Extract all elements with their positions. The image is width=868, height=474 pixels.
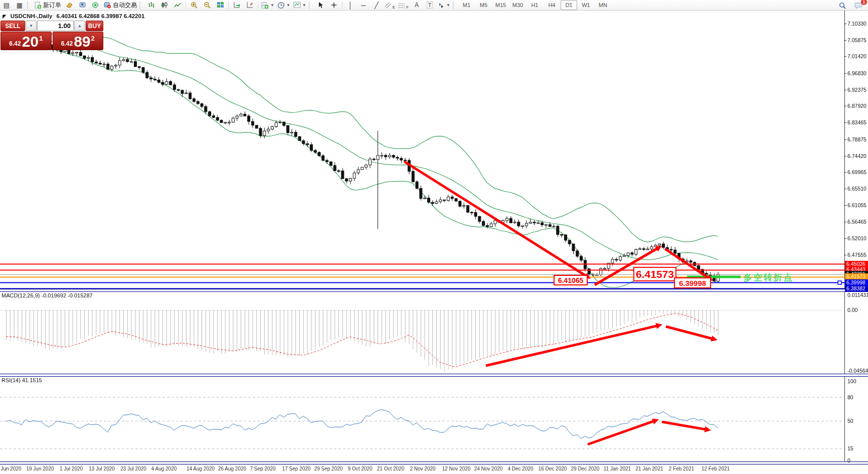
timeframe-mn[interactable]: MN: [595, 0, 611, 10]
buy-price-box[interactable]: 6.42 89 2: [53, 32, 104, 50]
templates-button[interactable]: ▼: [292, 0, 308, 10]
crosshair-icon: [330, 2, 337, 9]
line-chart-button[interactable]: [171, 0, 184, 10]
timeframe-m30[interactable]: M30: [509, 0, 526, 10]
search-button[interactable]: [836, 1, 849, 11]
channel-tool-button[interactable]: E: [383, 0, 397, 10]
tile-windows-icon: [217, 2, 224, 9]
one-click-trade-panel: SELL ▼ ▲ BUY 6.42 20 1 6.42 89 2: [1, 21, 103, 50]
sell-price-box[interactable]: 6.42 20 1: [1, 32, 52, 50]
horizontal-line-icon: ─: [361, 2, 366, 9]
tile-windows-button[interactable]: [214, 0, 227, 10]
main-macd-separator[interactable]: [0, 289, 868, 292]
y-axis-tick: 7.10330: [847, 21, 866, 27]
notification-badge: 1: [861, 0, 867, 5]
sell-button[interactable]: SELL: [1, 21, 25, 31]
timeframe-m1[interactable]: M1: [458, 0, 475, 10]
chart-title-row: ◤ USDCNH-,Daily 6.40341 6.42868 6.39987 …: [3, 13, 144, 19]
market-watch-button[interactable]: [76, 0, 89, 10]
metaeditor-button[interactable]: [63, 0, 76, 10]
timeframe-h1[interactable]: H1: [527, 0, 543, 10]
x-axis-date: 2 Nov 2020: [410, 466, 435, 471]
new-chart-icon: ▤: [4, 2, 10, 9]
chart-shift-button[interactable]: [243, 0, 256, 10]
turning-point-label[interactable]: 多空转折点: [744, 272, 794, 283]
auto-scroll-button[interactable]: [230, 0, 243, 10]
zoom-out-icon: [204, 2, 211, 9]
indicators-icon: [261, 2, 269, 9]
buy-button[interactable]: BUY: [86, 21, 103, 31]
signal-button[interactable]: [89, 0, 102, 10]
vertical-line-icon: │: [349, 2, 353, 9]
x-axis-date: 12 Feb 2021: [702, 466, 730, 471]
chevron-down-icon: ▼: [302, 3, 306, 8]
signal-icon: [92, 2, 99, 9]
x-axis-date: 17 Sep 2020: [282, 466, 311, 471]
x-axis-date: 2 Feb 2021: [669, 466, 695, 471]
volume-down-button[interactable]: ▼: [26, 21, 37, 31]
y-axis-tick: 6.52010: [847, 235, 866, 241]
chart-shift-icon: [246, 2, 254, 9]
volume-up-button[interactable]: ▲: [74, 21, 85, 31]
new-chart-button[interactable]: ▤: [0, 0, 13, 10]
toolbar-handle: [453, 2, 456, 9]
cursor-tool-button[interactable]: [314, 0, 327, 10]
indicators-button[interactable]: ▼: [260, 0, 276, 10]
trendline-icon: ╱: [375, 2, 379, 9]
timeframe-w1[interactable]: W1: [578, 0, 594, 10]
autotrade-button[interactable]: 自动交易: [102, 0, 138, 10]
chart-canvas[interactable]: [0, 0, 868, 474]
y-axis-tick: 6.47555: [847, 252, 866, 258]
x-axis-date: 1 Jul 2020: [60, 466, 83, 471]
fibonacci-tool-button[interactable]: F: [397, 0, 410, 10]
new-order-button[interactable]: 新订单: [33, 0, 63, 10]
annotation-price-box[interactable]: 6.39998: [674, 277, 711, 288]
notifications-button[interactable]: 1: [852, 1, 865, 11]
text-label-icon: T: [427, 2, 433, 9]
rsi-axis-tick: 80: [847, 394, 853, 400]
chart-ohlc-values: 6.40341 6.42868 6.39987 6.42201: [56, 13, 144, 19]
timeframe-group: M1M5M15M30H1H4D1W1MN: [458, 0, 611, 10]
x-axis-date: 7 Sep 2020: [250, 466, 275, 471]
x-axis-date: Jun 2020: [1, 466, 21, 471]
y-axis-tick: 6.83465: [847, 119, 866, 125]
toolbar-separator: [228, 2, 229, 9]
sell-price-head: 6.42: [9, 40, 21, 47]
x-axis-date: 26 Aug 2020: [218, 466, 246, 471]
x-axis-date: 12 Nov 2020: [442, 466, 471, 471]
profiles-button[interactable]: ▦: [13, 0, 26, 10]
toolbar-separator: [186, 2, 186, 9]
vline-tool-button[interactable]: │: [344, 0, 357, 10]
text-label-tool-button[interactable]: T: [423, 0, 436, 10]
cursor-icon: [317, 2, 324, 9]
market-watch-icon: [79, 2, 86, 9]
y-axis-tick: 6.87920: [847, 103, 866, 109]
trendline-tool-button[interactable]: ╱: [370, 0, 383, 10]
timeframe-m5[interactable]: M5: [475, 0, 492, 10]
macd-rsi-separator[interactable]: [0, 374, 868, 377]
annotation-price-box[interactable]: 6.41573: [633, 267, 676, 281]
candle-chart-button[interactable]: [158, 0, 171, 10]
periods-button[interactable]: ▼: [276, 0, 292, 10]
arrows-tool-button[interactable]: ▼: [436, 0, 452, 10]
chart-marker-icon: ◤: [3, 14, 7, 19]
buy-price-big: 89: [74, 34, 90, 49]
bar-chart-icon: [148, 2, 155, 9]
text-icon: A: [415, 2, 419, 9]
bar-chart-button[interactable]: [145, 0, 158, 10]
timeframe-d1[interactable]: D1: [561, 0, 577, 10]
crosshair-tool-button[interactable]: [327, 0, 340, 10]
volume-input[interactable]: [37, 21, 74, 31]
zoom-out-button[interactable]: [201, 0, 214, 10]
text-tool-button[interactable]: A: [410, 0, 423, 10]
x-axis-date: 4 Dec 2020: [507, 466, 533, 471]
timeframe-h4[interactable]: H4: [544, 0, 560, 10]
chevron-down-icon: ▼: [270, 3, 274, 8]
fibonacci-icon: [398, 2, 405, 9]
timeframe-m15[interactable]: M15: [492, 0, 509, 10]
zoom-in-button[interactable]: [188, 0, 201, 10]
rsi-dates-separator: [0, 461, 868, 464]
annotation-price-box[interactable]: 6.41065: [554, 275, 588, 285]
autotrade-icon: [103, 2, 111, 9]
hline-tool-button[interactable]: ─: [357, 0, 370, 10]
